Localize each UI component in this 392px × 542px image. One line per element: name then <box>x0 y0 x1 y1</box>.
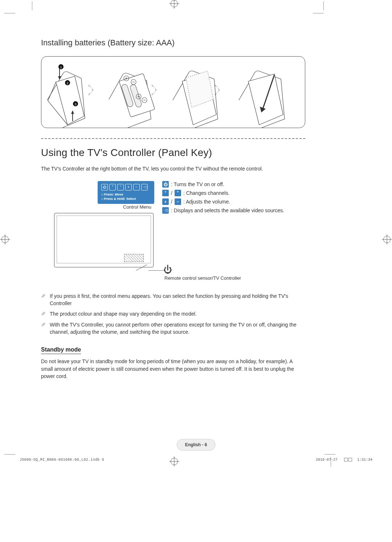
registration-mark-icon <box>1 236 9 243</box>
heading-install-batteries: Installing batteries (Battery size: AAA) <box>41 38 305 48</box>
legend-power-text: : Turns the TV on or off. <box>171 181 224 187</box>
note-item: With the TV's Controller, you cannot per… <box>41 321 305 336</box>
registration-mark-icon <box>383 236 391 243</box>
chevron-down-icon: ˅ <box>117 184 124 190</box>
svg-text:1: 1 <box>60 65 62 69</box>
source-icon: →▢ <box>162 207 169 214</box>
print-footer-right: 2016-07-27 1:31:34 <box>316 458 372 462</box>
svg-text:2: 2 <box>66 81 68 85</box>
chevron-up-icon: ˄ <box>162 190 169 196</box>
power-icon: ⏻ <box>162 181 169 188</box>
note-item: If you press it first, the control menu … <box>41 293 305 307</box>
heading-using-controller: Using the TV's Controller (Panel Key) <box>41 147 305 159</box>
notes-list: If you press it first, the control menu … <box>41 293 305 336</box>
plus-icon: + <box>125 184 132 190</box>
leader-line <box>148 270 165 271</box>
svg-text:3: 3 <box>74 102 76 106</box>
minus-icon: − <box>133 184 140 190</box>
key-legend: ⏻ : Turns the TV on or off. ˄ / ˅ : Chan… <box>162 181 284 216</box>
print-footer-left: J5000-SQ_MI_BN68-08166K-00_L02.indb 6 <box>20 458 104 462</box>
crop-mark <box>4 13 15 13</box>
battery-install-diagram: 1 2 3 <box>41 56 305 128</box>
controller-intro-text: The TV's Controller at the right bottom … <box>41 165 305 172</box>
press-move-text: ⏍ Press: Move <box>101 193 151 197</box>
crop-mark <box>323 1 324 10</box>
plus-icon: + <box>162 198 169 205</box>
minus-icon: − <box>175 198 181 205</box>
crop-mark <box>4 454 15 455</box>
power-icon: ⏻ <box>101 184 108 190</box>
battery-install-svg: 1 2 3 <box>41 57 305 128</box>
tv-outline-diagram <box>54 213 154 267</box>
controller-location-marker <box>124 254 144 262</box>
press-hold-text: ⏍ Press & Hold: Select <box>101 197 151 201</box>
chevron-down-icon: ˅ <box>175 190 181 196</box>
legend-volume-text: : Adjusts the volume. <box>183 199 230 205</box>
section-divider <box>41 138 305 139</box>
crop-mark <box>313 13 324 13</box>
crop-mark <box>32 1 32 10</box>
standby-body-text: Do not leave your TV in standby mode for… <box>41 358 305 380</box>
control-menu-box: ⏻ ˄ ˅ + − →▢ ⏍ Press: Move ⏍ Press & Hol… <box>98 181 154 204</box>
legend-channels-text: : Changes channels. <box>183 190 230 196</box>
registration-mark-icon <box>171 458 178 465</box>
legend-source-text: : Displays and selects the available vid… <box>171 208 284 213</box>
source-icon: →▢ <box>141 184 148 190</box>
heading-standby-mode: Standby mode <box>41 346 81 354</box>
chevron-up-icon: ˄ <box>109 184 116 190</box>
note-item: The product colour and shape may vary de… <box>41 311 305 318</box>
power-icon: ⏻ <box>164 264 172 275</box>
control-menu-label: Control Menu <box>123 204 151 210</box>
crop-mark <box>324 454 335 455</box>
page-footer-pill: English - 6 <box>177 439 216 451</box>
registration-mark-icon <box>171 0 178 7</box>
sensor-label: Remote control sensor/TV Controller <box>164 275 241 281</box>
